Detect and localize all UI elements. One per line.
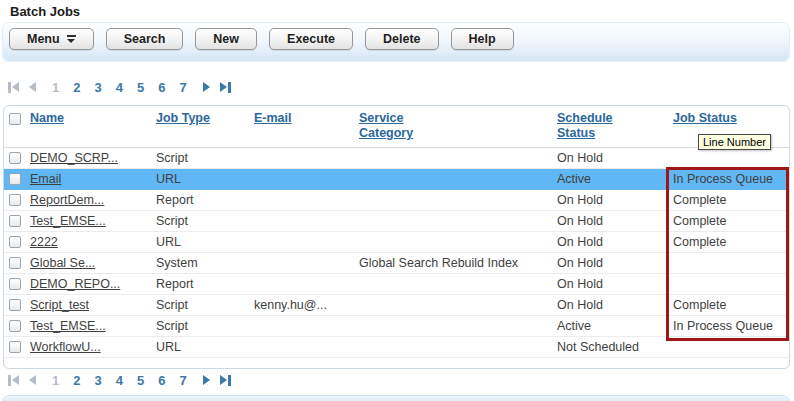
pager-next-button[interactable] [203,82,210,92]
pager-page-1: 1 [52,80,59,95]
pager-page-6[interactable]: 6 [158,80,165,95]
row-name-link[interactable]: Global Se... [30,256,103,270]
cell-schedule-status: On Hold [555,231,671,252]
table-row: Email URL Active In Process Queue [4,168,789,189]
cell-schedule-status: Not Scheduled [555,336,671,357]
row-checkbox[interactable] [9,236,21,248]
pager-page-4[interactable]: 4 [116,373,123,388]
pager-page-3[interactable]: 3 [94,80,101,95]
last-page-icon [220,375,227,385]
column-header-job-status[interactable]: Job Status [673,111,737,126]
pagination-bottom: 1234567 [8,372,231,388]
cell-email: kenny.hu@... [252,294,357,315]
cell-service-category [357,168,555,189]
column-header-service-category[interactable]: Service Category [359,111,425,141]
execute-button[interactable]: Execute [269,28,353,50]
row-name-link[interactable]: Test_EMSE... [30,319,114,333]
cell-service-category [357,294,555,315]
cell-job-status [671,273,789,294]
jobs-table-body: DEMO_SCRP... Script On Hold Email URL Ac… [4,147,789,357]
column-header-email[interactable]: E-mail [254,111,292,126]
row-name-link[interactable]: Script_test [30,298,97,312]
pager-page-1: 1 [52,373,59,388]
row-name-link[interactable]: ReportDem... [30,193,112,207]
pager-next-button[interactable] [203,375,210,385]
table-row: DEMO_SCRP... Script On Hold [4,147,789,168]
cell-job-status: Complete [671,189,789,210]
cell-job-status [671,336,789,357]
help-button[interactable]: Help [451,28,514,50]
row-name-link[interactable]: WorkflowU... [30,340,109,354]
cell-service-category [357,315,555,336]
cell-service-category [357,189,555,210]
pager-pages: 1234567 [52,80,187,95]
row-checkbox[interactable] [9,173,21,185]
row-checkbox[interactable] [9,299,21,311]
bottom-panel-edge [2,395,790,401]
cell-email [252,231,357,252]
cell-email [252,189,357,210]
pager-pages: 1234567 [52,373,187,388]
table-row: DEMO_REPO... Report On Hold [4,273,789,294]
column-header-job-type[interactable]: Job Type [156,111,210,126]
row-checkbox[interactable] [9,278,21,290]
cell-schedule-status: On Hold [555,294,671,315]
select-all-checkbox[interactable] [9,113,21,125]
cell-schedule-status: Active [555,168,671,189]
cell-schedule-status: On Hold [555,252,671,273]
pager-page-2[interactable]: 2 [73,80,80,95]
row-checkbox[interactable] [9,215,21,227]
table-row: Test_EMSE... Script Active In Process Qu… [4,315,789,336]
search-button[interactable]: Search [106,28,184,50]
cell-job-type: Report [154,189,252,210]
cell-job-status: Complete [671,210,789,231]
table-row: Global Se... System Global Search Rebuil… [4,252,789,273]
cell-job-status [671,252,789,273]
cell-email [252,210,357,231]
new-button[interactable]: New [195,28,257,50]
cell-email [252,315,357,336]
row-checkbox[interactable] [9,320,21,332]
cell-service-category [357,273,555,294]
cell-job-type: System [154,252,252,273]
pager-page-5[interactable]: 5 [137,80,144,95]
row-name-link[interactable]: Email [30,172,69,186]
pager-page-2[interactable]: 2 [73,373,80,388]
pager-page-7[interactable]: 7 [179,373,186,388]
cell-job-status: Complete [671,231,789,252]
first-page-icon [8,82,11,93]
pager-last-button[interactable] [220,82,231,93]
column-header-name[interactable]: Name [30,111,64,126]
row-checkbox[interactable] [9,152,21,164]
prev-page-icon [29,82,36,92]
row-name-link[interactable]: DEMO_REPO... [30,277,128,291]
pager-page-5[interactable]: 5 [137,373,144,388]
row-name-link[interactable]: 2222 [30,235,66,249]
cell-email [252,273,357,294]
cell-email [252,147,357,168]
cell-job-type: URL [154,336,252,357]
cell-job-type: URL [154,231,252,252]
pager-first-button [8,375,19,386]
column-header-schedule-status[interactable]: Schedule Status [557,111,623,141]
cell-schedule-status: On Hold [555,210,671,231]
cell-job-type: URL [154,168,252,189]
row-name-link[interactable]: DEMO_SCRP... [30,151,126,165]
cell-job-type: Script [154,147,252,168]
pager-page-6[interactable]: 6 [158,373,165,388]
pager-last-button[interactable] [220,375,231,386]
table-row: Script_test Script kenny.hu@... On Hold … [4,294,789,315]
menu-button[interactable]: Menu [9,28,94,50]
line-number-tooltip: Line Number [698,134,771,150]
delete-button[interactable]: Delete [365,28,439,50]
pager-page-4[interactable]: 4 [116,80,123,95]
pager-page-7[interactable]: 7 [179,80,186,95]
row-name-link[interactable]: Test_EMSE... [30,214,114,228]
row-checkbox[interactable] [9,341,21,353]
row-checkbox[interactable] [9,194,21,206]
table-header-row: Name Job Type E-mail Service Category Sc… [4,106,789,147]
prev-page-icon [29,375,36,385]
cell-job-status: In Process Queue [671,168,789,189]
pager-page-3[interactable]: 3 [94,373,101,388]
row-checkbox[interactable] [9,257,21,269]
